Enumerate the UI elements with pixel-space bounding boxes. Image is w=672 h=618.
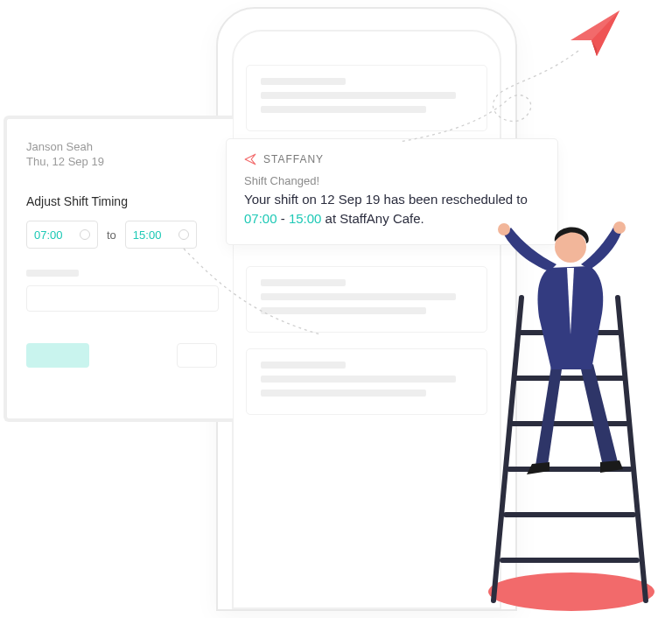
confirm-button[interactable] — [26, 343, 89, 368]
skeleton-line — [261, 279, 346, 286]
skeleton-line — [261, 92, 456, 99]
user-date: Thu, 12 Sep 19 — [26, 155, 233, 168]
phone-screen — [232, 30, 501, 609]
skeleton-card — [246, 348, 487, 415]
ground-shadow — [488, 572, 654, 611]
adjust-shift-title: Adjust Shift Timing — [26, 194, 233, 208]
svg-line-1 — [618, 298, 646, 600]
notification-header: STAFFANY — [244, 153, 540, 165]
notification-title: Shift Changed! — [244, 174, 540, 187]
time-separator: to — [107, 228, 116, 242]
time-from-value: 07:00 — [34, 228, 63, 242]
svg-point-9 — [613, 221, 626, 234]
skeleton-card — [246, 266, 487, 333]
phone-frame — [216, 7, 517, 611]
clock-icon — [80, 229, 90, 240]
skeleton-card — [246, 65, 487, 131]
button-row — [26, 343, 233, 368]
time-from-input[interactable]: 07:00 — [26, 221, 98, 249]
notification-time-to: 15:00 — [289, 211, 322, 226]
skeleton-line — [261, 362, 346, 369]
notification-body: Your shift on 12 Sep 19 has been resched… — [244, 190, 540, 228]
cancel-button[interactable] — [177, 343, 217, 368]
user-name: Janson Seah — [26, 140, 233, 153]
notification-card[interactable]: STAFFANY Shift Changed! Your shift on 12… — [226, 138, 558, 245]
adjust-shift-panel: Janson Seah Thu, 12 Sep 19 Adjust Shift … — [4, 116, 233, 422]
time-to-value: 15:00 — [133, 228, 162, 242]
time-to-input[interactable]: 15:00 — [125, 221, 197, 249]
time-range-row: 07:00 to 15:00 — [26, 221, 233, 249]
skeleton-line — [261, 106, 426, 113]
skeleton-line — [261, 307, 426, 314]
skeleton-line — [261, 293, 456, 300]
notification-dash: - — [277, 211, 289, 226]
skeleton-line — [261, 78, 346, 85]
skeleton-label — [26, 270, 79, 277]
svg-point-10 — [555, 231, 586, 263]
notification-time-from: 07:00 — [244, 211, 277, 226]
notification-body-pre: Your shift on 12 Sep 19 has been resched… — [244, 192, 528, 207]
skeleton-line — [261, 376, 456, 383]
paper-plane-icon — [567, 7, 623, 60]
skeleton-field[interactable] — [26, 285, 219, 312]
notification-body-post: at StaffAny Cafe. — [321, 211, 424, 226]
brand-name: STAFFANY — [263, 153, 324, 165]
clock-icon — [178, 229, 189, 240]
skeleton-line — [261, 390, 426, 397]
staffany-logo-icon — [244, 153, 256, 165]
